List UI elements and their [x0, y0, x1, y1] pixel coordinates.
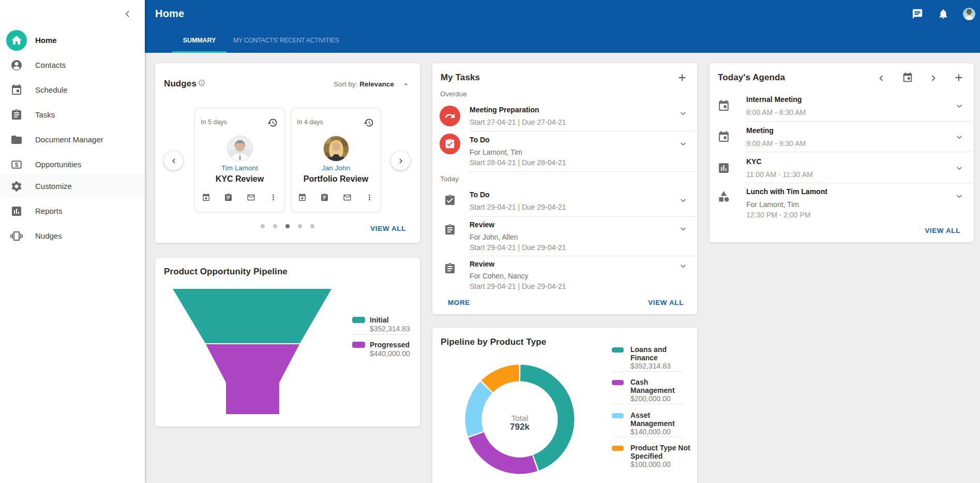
sidebar-item-contacts[interactable]: Contacts	[0, 53, 145, 78]
chevron-down-icon[interactable]	[678, 108, 688, 119]
gear-icon	[10, 180, 23, 193]
clipboard-icon	[10, 109, 23, 121]
sidebar-item-customize[interactable]: Customize	[0, 174, 145, 199]
chevron-down-icon[interactable]	[678, 224, 688, 234]
task-title: Review	[470, 221, 494, 229]
notifications-icon[interactable]	[938, 8, 949, 20]
avatar[interactable]	[227, 136, 253, 162]
legend-label: Cash Management	[630, 378, 693, 394]
chevron-down-icon[interactable]	[954, 101, 964, 111]
tab-my-contacts-recent-activities[interactable]: MY CONTACTS' RECENT ACTIVITIES	[227, 29, 345, 53]
tab-summary[interactable]: SUMMARY	[172, 29, 227, 53]
sidebar-item-reports[interactable]: Reports	[0, 199, 145, 224]
agenda-next-icon[interactable]	[928, 72, 939, 84]
chevron-down-icon[interactable]	[678, 261, 688, 271]
tasks-view-all-link[interactable]: VIEW ALL	[648, 299, 684, 306]
sidebar-item-schedule[interactable]: Schedule	[0, 78, 145, 103]
agenda-calendar-icon[interactable]	[902, 72, 913, 83]
agenda-view-all-link[interactable]: VIEW ALL	[925, 227, 960, 235]
bar-chart-icon	[10, 205, 23, 217]
history-icon[interactable]	[364, 118, 374, 128]
carousel-next-button[interactable]	[391, 151, 410, 170]
my-tasks-card: My Tasks Overdue Meeting Preparation Sta…	[432, 63, 697, 314]
chevron-down-icon[interactable]	[954, 132, 964, 142]
agenda-item-time: 11:00 AM - 11:30 AM	[746, 170, 813, 179]
kebab-menu-icon[interactable]	[365, 193, 374, 202]
task-for: For Cohen, Nancy	[470, 272, 529, 280]
clipboard-icon[interactable]	[320, 193, 329, 202]
calendar-icon[interactable]	[298, 193, 307, 202]
legend-label: Initial	[370, 316, 389, 325]
sidebar-item-document-manager[interactable]: Document Manager	[0, 127, 145, 152]
legend-value: $140,000.00	[630, 428, 671, 436]
row-divider	[470, 131, 697, 131]
nudge-card-tim-lamont: In 5 days Tim Lamont KYC Review	[194, 108, 285, 212]
chat-icon[interactable]	[912, 8, 923, 20]
nudge-contact-link[interactable]: Jan John	[291, 164, 381, 172]
mail-icon[interactable]	[343, 193, 352, 202]
sidebar-item-label: Tasks	[35, 103, 55, 127]
funnel-chart	[155, 286, 352, 416]
tasks-more-link[interactable]: MORE	[448, 299, 470, 306]
chevron-down-icon[interactable]	[954, 163, 964, 173]
carousel-dot-active[interactable]	[285, 224, 290, 228]
sidebar-item-opportunities[interactable]: Opportunities	[0, 152, 145, 177]
chevron-down-icon[interactable]	[678, 139, 688, 149]
agenda-item-title: Lunch with Tim Lamont	[746, 187, 827, 196]
info-icon[interactable]	[198, 79, 205, 86]
carousel-dot[interactable]	[310, 224, 314, 228]
nudge-card-jan-john: In 4 days Jan John Portfolio Review	[291, 108, 381, 212]
task-for: For John, Allen	[470, 233, 518, 241]
carousel-dot[interactable]	[298, 224, 302, 228]
donut-segment-1	[476, 435, 535, 465]
funnel-segment-initial	[173, 289, 331, 343]
sort-by-control[interactable]: Sort by: Relevance	[334, 80, 394, 88]
section-label-overdue: Overdue	[440, 90, 467, 98]
task-dates: Start 29-04-21 | Due 29-04-21	[470, 203, 566, 211]
bar-chart-icon	[717, 162, 730, 174]
home-icon	[6, 30, 27, 51]
donut-chart-title: Pipeline by Product Type	[441, 337, 546, 347]
task-title: Meeting Preparation	[470, 106, 539, 114]
chevron-down-icon[interactable]	[954, 191, 964, 201]
avatar[interactable]	[323, 136, 349, 162]
agenda-item-time: 12:30 PM - 2:00 PM	[746, 211, 811, 219]
row-divider	[746, 121, 974, 122]
nudges-card: Nudges Sort by: Relevance In 5 days Tim …	[155, 63, 420, 243]
clipboard-icon[interactable]	[224, 193, 233, 202]
carousel-dot[interactable]	[273, 224, 277, 228]
chevron-down-icon[interactable]	[678, 195, 688, 206]
agenda-prev-icon[interactable]	[876, 72, 887, 84]
nudges-title: Nudges	[164, 79, 197, 89]
task-title: To Do	[470, 136, 490, 144]
carousel-dot[interactable]	[261, 224, 265, 228]
sidebar-item-nudges[interactable]: Nudges	[0, 224, 145, 248]
mail-icon[interactable]	[247, 193, 255, 202]
sidebar-collapse-button[interactable]	[122, 8, 133, 20]
sidebar-item-home[interactable]: Home	[0, 28, 145, 53]
sort-by-value: Relevance	[359, 80, 394, 88]
kebab-menu-icon[interactable]	[269, 193, 278, 202]
my-tasks-title: My Tasks	[441, 72, 480, 83]
row-divider	[470, 256, 697, 256]
funnel-segment-progressed	[206, 344, 299, 414]
add-task-icon[interactable]	[676, 72, 688, 83]
task-dates: Start 29-04-21 | Due 29-04-21	[470, 282, 566, 290]
legend-swatch	[612, 413, 624, 418]
nudge-due: In 4 days	[297, 119, 323, 126]
history-icon[interactable]	[267, 118, 278, 128]
agenda-item-for: For Lamont, Tim	[746, 200, 799, 209]
caret-down-icon[interactable]	[402, 81, 410, 88]
legend-label: Asset Management	[630, 412, 693, 428]
vibration-icon	[10, 230, 23, 242]
add-event-icon[interactable]	[953, 72, 964, 83]
nudges-view-all-link[interactable]: VIEW ALL	[370, 225, 406, 232]
tab-label: SUMMARY	[183, 37, 216, 44]
nudge-contact-link[interactable]: Tim Lamont	[195, 164, 284, 172]
calendar-icon[interactable]	[202, 193, 210, 202]
carousel-pagination[interactable]	[261, 224, 323, 228]
legend-divider	[352, 334, 408, 335]
user-avatar[interactable]	[963, 8, 975, 20]
sidebar-item-tasks[interactable]: Tasks	[0, 103, 145, 127]
carousel-prev-button[interactable]	[164, 151, 183, 170]
